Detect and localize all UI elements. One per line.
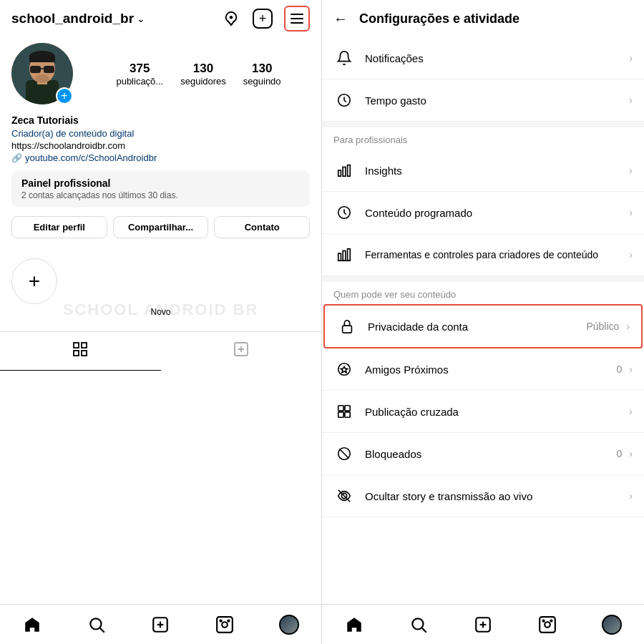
crosspost-icon xyxy=(333,401,355,422)
menu-item-hide-story[interactable]: Ocultar story e transmissão ao vivo › xyxy=(322,475,644,517)
svg-point-24 xyxy=(220,620,222,621)
privacy-content: Privacidade da conta Público › xyxy=(368,321,630,333)
add-content-icon[interactable]: + xyxy=(253,9,273,29)
contact-button[interactable]: Contato xyxy=(214,216,310,238)
scheduled-icon xyxy=(333,202,355,223)
action-buttons: Editar perfil Compartilhar... Contato xyxy=(11,216,310,238)
following-count: 130 xyxy=(252,62,272,76)
chevron-down-icon: ⌄ xyxy=(137,13,145,24)
section-label-pro: Para profissionais xyxy=(322,127,644,150)
menu-item-notifications[interactable]: Notificações › xyxy=(322,37,644,79)
avatar-container[interactable]: + xyxy=(11,43,73,104)
chevron-right-icon: › xyxy=(629,249,633,260)
share-button[interactable]: Compartilhar... xyxy=(113,216,209,238)
svg-rect-39 xyxy=(345,406,350,411)
svg-point-48 xyxy=(412,618,423,629)
following-stat: 130 seguindo xyxy=(243,62,281,87)
nav-add[interactable] xyxy=(145,609,176,640)
crosspost-label: Publicação cruzada xyxy=(365,406,459,418)
svg-rect-28 xyxy=(343,167,346,176)
hide-story-icon xyxy=(333,485,355,507)
notifications-label: Notificações xyxy=(365,52,424,64)
svg-rect-31 xyxy=(338,253,341,260)
nav-profile[interactable] xyxy=(273,609,305,640)
svg-line-18 xyxy=(100,628,104,632)
right-panel: ← Configurações e atividade Notificações… xyxy=(322,0,644,644)
chevron-right-icon: › xyxy=(629,364,633,375)
menu-item-blocked[interactable]: Bloqueados 0 › xyxy=(322,433,644,475)
section-label-visibility: Quem pode ver seu conteúdo xyxy=(322,282,644,304)
menu-item-creator-tools[interactable]: Ferramentas e controles para criadores d… xyxy=(322,234,644,276)
right-nav-search[interactable] xyxy=(403,609,434,640)
pro-panel-desc: 2 contas alcançadas nos últimos 30 dias. xyxy=(21,190,300,200)
grid-icon xyxy=(72,341,89,362)
close-friends-label: Amigos Próximos xyxy=(365,364,449,376)
svg-rect-8 xyxy=(30,66,41,73)
menu-item-privacy[interactable]: Privacidade da conta Público › xyxy=(323,304,643,348)
menu-item-crosspost[interactable]: Publicação cruzada › xyxy=(322,391,644,433)
threads-icon[interactable] xyxy=(221,9,241,29)
menu-item-time-spent[interactable]: Tempo gasto › xyxy=(322,79,644,122)
nav-home[interactable] xyxy=(16,609,48,640)
svg-rect-35 xyxy=(343,326,352,333)
header-icons: + xyxy=(221,6,310,31)
blocked-content: Bloqueados 0 › xyxy=(365,448,633,460)
left-bottom-nav xyxy=(0,604,321,644)
right-bottom-nav xyxy=(322,604,644,644)
chevron-right-icon: › xyxy=(629,165,633,176)
svg-point-55 xyxy=(543,620,545,621)
svg-rect-7 xyxy=(29,57,55,62)
new-post-button[interactable]: + xyxy=(11,258,57,304)
svg-point-17 xyxy=(90,618,101,629)
username-area[interactable]: school_android_br ⌄ xyxy=(11,11,145,26)
stats-area: 375 publicaçõ... 130 seguidores 130 segu… xyxy=(87,62,310,87)
edit-profile-button[interactable]: Editar perfil xyxy=(11,216,107,238)
nav-reels[interactable] xyxy=(209,609,240,640)
right-nav-home[interactable] xyxy=(338,609,370,640)
back-button[interactable]: ← xyxy=(333,11,348,27)
blocked-icon xyxy=(333,443,355,464)
right-nav-reels[interactable] xyxy=(532,609,563,640)
menu-list: Notificações › Tempo gasto › Para profis… xyxy=(322,37,644,604)
svg-point-54 xyxy=(545,622,550,628)
chevron-right-icon: › xyxy=(629,448,633,459)
notifications-content: Notificações › xyxy=(365,52,633,64)
svg-rect-14 xyxy=(74,351,79,356)
profile-name: Zeca Tutoriais xyxy=(11,114,310,126)
add-to-story-button[interactable]: + xyxy=(56,87,73,104)
menu-item-insights[interactable]: Insights › xyxy=(322,150,644,192)
svg-point-25 xyxy=(228,620,230,621)
menu-item-close-friends[interactable]: Amigos Próximos 0 › xyxy=(322,348,644,391)
menu-item-scheduled[interactable]: Conteúdo programado › xyxy=(322,192,644,234)
right-nav-add[interactable] xyxy=(467,609,499,640)
followers-count: 130 xyxy=(193,62,213,76)
tab-bar xyxy=(0,331,321,371)
creator-tools-content: Ferramentas e controles para criadores d… xyxy=(365,248,633,261)
profile-url[interactable]: https://schoolandroidbr.com xyxy=(11,140,310,151)
svg-rect-15 xyxy=(82,351,87,356)
followers-stat: 130 seguidores xyxy=(180,62,226,87)
svg-rect-9 xyxy=(44,66,54,73)
nav-search[interactable] xyxy=(81,609,112,640)
profile-youtube[interactable]: 🔗 youtube.com/c/SchoolAndroidbr xyxy=(11,152,310,163)
lock-icon xyxy=(336,316,358,337)
tab-tagged[interactable] xyxy=(161,332,322,371)
menu-icon-button[interactable] xyxy=(284,6,310,31)
creator-tools-label: Ferramentas e controles para criadores d… xyxy=(365,248,598,261)
hamburger-icon xyxy=(291,14,303,24)
svg-line-45 xyxy=(339,449,348,458)
close-friends-content: Amigos Próximos 0 › xyxy=(365,364,633,376)
left-header: school_android_br ⌄ + xyxy=(0,0,321,37)
privacy-label: Privacidade da conta xyxy=(368,321,468,333)
creator-tools-icon xyxy=(333,244,355,265)
close-friends-count: 0 xyxy=(617,364,623,375)
tab-grid[interactable] xyxy=(0,332,161,371)
svg-rect-27 xyxy=(338,170,341,176)
chevron-right-icon: › xyxy=(629,52,633,64)
svg-point-11 xyxy=(35,74,49,83)
profile-bio[interactable]: Criador(a) de conteúdo digital xyxy=(11,128,310,139)
time-spent-content: Tempo gasto › xyxy=(365,94,633,107)
pro-panel[interactable]: Painel profissional 2 contas alcançadas … xyxy=(11,170,310,208)
right-nav-profile[interactable] xyxy=(596,609,628,640)
svg-point-36 xyxy=(338,364,351,376)
